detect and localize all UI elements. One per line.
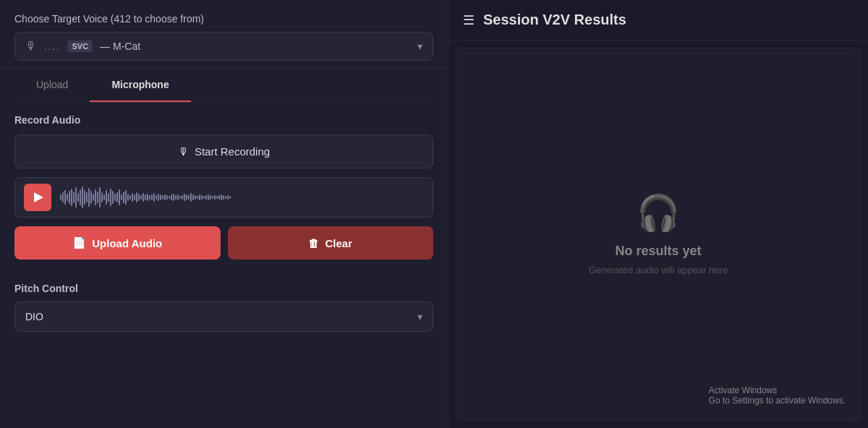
waveform-visual (60, 184, 424, 210)
waveform-bar (195, 195, 196, 200)
waveform-bar (90, 191, 92, 204)
waveform-bar (73, 192, 75, 203)
pitch-dropdown[interactable]: DIO ▾ (14, 301, 433, 332)
waveform-bar (75, 187, 77, 207)
tabs-row: Upload Microphone (14, 69, 433, 103)
waveform-bar (212, 196, 213, 199)
waveform-bar (173, 194, 174, 201)
record-section-title: Record Audio (14, 114, 433, 126)
no-results-text: No results yet (615, 244, 701, 259)
waveform-bar (80, 189, 81, 205)
waveform-bar (223, 195, 224, 200)
waveform-bar (160, 194, 161, 200)
waveform-bar (64, 190, 66, 205)
waveform-bar (162, 195, 163, 200)
waveform-bar (97, 192, 98, 203)
waveform-bar (132, 193, 133, 202)
waveform-bar (179, 196, 181, 199)
waveform-bar (214, 195, 216, 200)
waveform-bar (93, 194, 94, 201)
clear-label: Clear (325, 237, 352, 249)
waveform-bar (186, 194, 187, 200)
main-container: Choose Target Voice (412 to choose from)… (0, 0, 868, 428)
waveform-bar (99, 187, 101, 207)
waveform-bar (153, 193, 155, 202)
voice-name: — M-Cat (100, 40, 410, 52)
microphone-icon: 🎙 (25, 40, 37, 53)
results-header: ☰ Session V2V Results (448, 0, 868, 40)
waveform-bar (69, 191, 70, 204)
hamburger-icon: ☰ (463, 12, 475, 28)
waveform-bar (210, 195, 211, 200)
waveform-bar (140, 195, 142, 200)
waveform-bar (171, 194, 172, 200)
pitch-value: DIO (25, 311, 43, 322)
start-recording-button[interactable]: 🎙 Start Recording (14, 134, 433, 168)
waveform-bar (84, 190, 85, 205)
waveform-bar (197, 196, 198, 199)
pitch-label: Pitch Control (14, 283, 433, 294)
trash-icon: 🗑 (308, 237, 319, 249)
waveform-bar (221, 194, 222, 200)
waveform-bar (182, 195, 183, 200)
waveform-bar (199, 194, 200, 200)
results-title: Session V2V Results (483, 12, 626, 28)
waveform-bar (119, 189, 120, 205)
voice-dots: .... (44, 41, 60, 52)
waveform-bar (175, 195, 176, 200)
record-section: Record Audio 🎙 Start Recording (0, 103, 448, 283)
chevron-down-icon: ▾ (417, 40, 422, 52)
activate-windows-notice: Activate Windows Go to Settings to activ… (709, 385, 846, 406)
waveform-bar (177, 194, 179, 200)
waveform-bar (190, 193, 192, 202)
waveform-bar (106, 190, 107, 205)
waveform-bar (225, 196, 226, 199)
waveform-bar (114, 194, 116, 201)
upload-audio-label: Upload Audio (92, 237, 162, 249)
play-button[interactable] (24, 184, 51, 211)
waveform-bar (82, 187, 83, 208)
waveform-bar (103, 194, 105, 200)
tab-upload[interactable]: Upload (14, 69, 90, 102)
waveform-bar (142, 193, 144, 202)
waveform-bar (201, 195, 203, 200)
start-recording-label: Start Recording (195, 145, 270, 158)
clear-button[interactable]: 🗑 Clear (228, 226, 434, 260)
voice-chooser-dropdown[interactable]: 🎙 .... SVC — M-Cat ▾ (14, 32, 433, 61)
voice-chooser-label: Choose Target Voice (412 to choose from) (14, 13, 433, 25)
right-panel: ☰ Session V2V Results 🎧 No results yet G… (448, 0, 868, 428)
voice-chooser-section: Choose Target Voice (412 to choose from)… (0, 0, 448, 69)
waveform-bar (67, 194, 68, 201)
svc-badge: SVC (67, 40, 93, 52)
waveform-bar (88, 188, 90, 207)
waveform-bar (169, 196, 170, 199)
waveform-bar (112, 191, 114, 204)
waveform-bar (145, 194, 146, 200)
waveform-bar (205, 195, 207, 200)
waveform-bar (156, 195, 157, 200)
waveform-bar (86, 192, 88, 202)
upload-audio-button[interactable]: 📄 Upload Audio (14, 226, 221, 260)
pitch-chevron-icon: ▾ (417, 311, 422, 322)
waveform-bar (151, 194, 153, 200)
waveform-bar (218, 195, 220, 200)
waveform-bar (227, 195, 229, 200)
tab-microphone[interactable]: Microphone (90, 69, 190, 102)
action-buttons-row: ➤ 📄 Upload Audio 🗑 Clear (14, 226, 433, 260)
upload-icon: 📄 (72, 236, 86, 249)
waveform-bar (116, 192, 118, 202)
waveform-bar (101, 192, 103, 202)
play-icon (34, 192, 43, 202)
waveform-bar (77, 193, 79, 202)
waveform-bar (208, 194, 209, 200)
waveform-bar (108, 193, 109, 202)
waveform-row (14, 177, 433, 218)
waveform-bar (138, 194, 140, 201)
results-content: 🎧 No results yet Generated audio will ap… (456, 48, 861, 421)
mic-btn-icon: 🎙 (178, 145, 189, 158)
waveform-bar (184, 194, 185, 201)
waveform-bar (188, 195, 190, 200)
pitch-section: Pitch Control DIO ▾ (0, 283, 448, 332)
waveform-bar (164, 194, 166, 200)
left-panel: Choose Target Voice (412 to choose from)… (0, 0, 448, 428)
